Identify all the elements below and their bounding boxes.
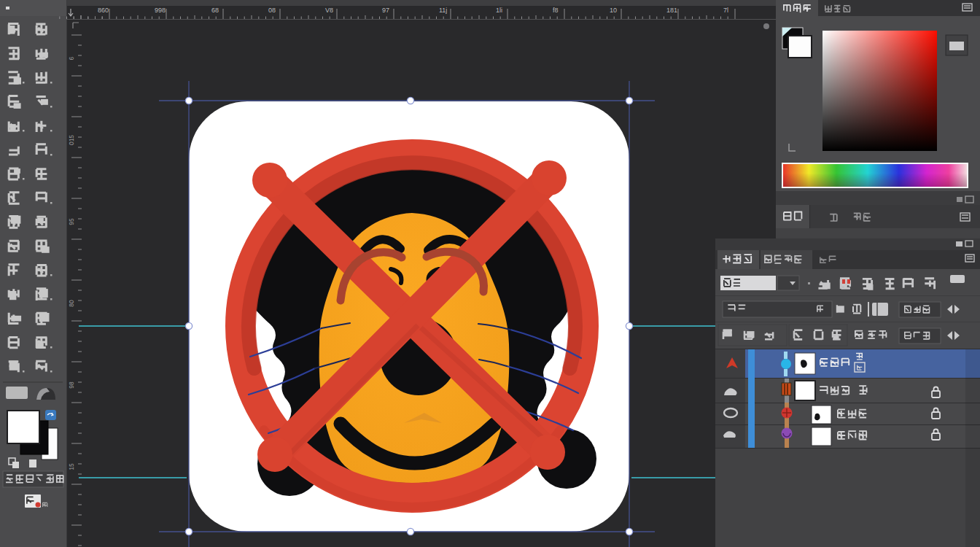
svg-text:998: 998 — [155, 7, 166, 14]
svg-text:68: 68 — [211, 7, 219, 14]
svg-text:08: 08 — [268, 7, 276, 14]
svg-text:10: 10 — [610, 7, 617, 14]
svg-text:7l: 7l — [723, 7, 728, 14]
svg-text:15: 15 — [68, 463, 75, 470]
svg-text:181: 181 — [666, 7, 677, 14]
svg-text:80: 80 — [68, 300, 75, 307]
svg-text:97: 97 — [382, 7, 389, 14]
svg-text:860: 860 — [98, 7, 109, 14]
svg-text:95: 95 — [68, 218, 75, 225]
svg-text:015: 015 — [68, 135, 75, 145]
svg-text:98: 98 — [68, 381, 75, 389]
svg-text:f8: f8 — [553, 7, 559, 14]
svg-text:6: 6 — [68, 56, 75, 60]
svg-text:1li: 1li — [496, 7, 502, 14]
svg-text:V8: V8 — [325, 7, 333, 14]
svg-text:11j: 11j — [439, 7, 447, 14]
